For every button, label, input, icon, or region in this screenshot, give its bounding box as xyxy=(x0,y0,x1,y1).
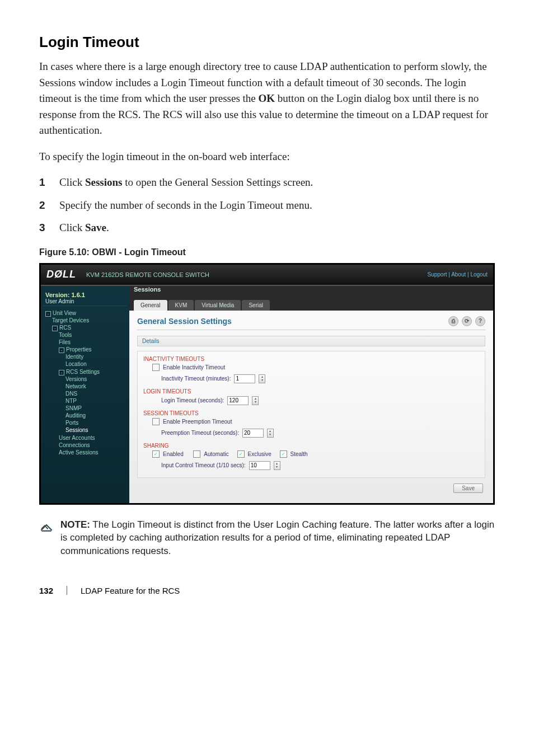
tree-target-devices[interactable]: Target Devices xyxy=(52,317,127,324)
sharing-stealth-checkbox[interactable]: ✓ xyxy=(280,450,287,458)
step-text-post: . xyxy=(106,222,109,233)
tree-snmp[interactable]: SNMP xyxy=(65,405,127,412)
tree-auditing[interactable]: Auditing xyxy=(65,412,127,419)
version-line: Version: 1.6.1 xyxy=(45,292,125,298)
content-heading: General Session Settings ⎙ ⟳ ? xyxy=(137,316,485,330)
tree-rcs[interactable]: -RCS Tools Files -Properties Identity Lo… xyxy=(52,324,127,457)
instruction-lead: To specify the login timeout in the on-b… xyxy=(39,149,495,165)
sharing-automatic-checkbox[interactable] xyxy=(193,450,200,458)
tab-kvm[interactable]: KVM xyxy=(168,300,194,311)
step-item: 3 Click Save. xyxy=(39,220,495,236)
collapse-icon[interactable]: - xyxy=(45,311,51,317)
sharing-exclusive-label: Exclusive xyxy=(248,451,271,457)
nav-tree: -Unit View Target Devices -RCS Tools Fil… xyxy=(43,309,127,457)
intro-paragraph: In cases where there is a large enough d… xyxy=(39,59,495,139)
step-item: 1 Click Sessions to open the General Ses… xyxy=(39,175,495,191)
tree-ports[interactable]: Ports xyxy=(65,419,127,426)
session-tabs: General KVM Virtual Media Serial xyxy=(134,300,270,311)
print-icon[interactable]: ⎙ xyxy=(448,316,458,326)
collapse-icon[interactable]: - xyxy=(59,348,64,353)
tree-connections[interactable]: Connections xyxy=(59,442,127,449)
tree-dns[interactable]: DNS xyxy=(65,390,127,397)
tree-location[interactable]: Location xyxy=(65,360,127,368)
enable-preemption-row: Enable Preemption Timeout xyxy=(143,416,479,427)
session-timeouts-title: SESSION TIMEOUTS xyxy=(143,410,479,416)
obwi-screenshot: DØLL KVM 2162DS REMOTE CONSOLE SWITCH Su… xyxy=(39,263,495,505)
tab-serial[interactable]: Serial xyxy=(242,300,270,311)
save-row: Save xyxy=(137,478,485,495)
spinner-icon[interactable]: ▴▾ xyxy=(259,374,265,383)
page-footer: 132 LDAP Feature for the RCS xyxy=(39,586,495,595)
collapse-icon[interactable]: - xyxy=(59,370,64,375)
spinner-icon[interactable]: ▴▾ xyxy=(267,429,274,438)
tree-ntp[interactable]: NTP xyxy=(65,397,127,405)
inactivity-timeout-row: Inactivity Timeout (minutes): ▴▾ xyxy=(143,373,479,385)
settings-panel: INACTIVITY TIMEOUTS Enable Inactivity Ti… xyxy=(137,351,485,478)
tree-versions[interactable]: Versions xyxy=(65,375,127,383)
sharing-stealth-label: Stealth xyxy=(291,451,308,457)
save-button[interactable]: Save xyxy=(453,483,483,493)
inactivity-timeout-label: Inactivity Timeout (minutes): xyxy=(161,375,231,382)
sharing-exclusive-checkbox[interactable]: ✓ xyxy=(237,450,245,458)
tree-tools[interactable]: Tools xyxy=(59,331,127,339)
enable-preemption-label: Enable Preemption Timeout xyxy=(163,419,232,425)
enable-preemption-checkbox[interactable] xyxy=(152,418,160,425)
preemption-timeout-label: Preemption Timeout (seconds): xyxy=(161,430,239,436)
topbar-links[interactable]: Support | About | Logout xyxy=(428,271,488,278)
collapse-icon[interactable]: - xyxy=(52,326,58,331)
tree-unit-view[interactable]: -Unit View Target Devices -RCS Tools Fil… xyxy=(45,309,127,457)
tree-label: Unit View xyxy=(53,310,76,316)
enable-inactivity-label: Enable Inactivity Timeout xyxy=(163,364,225,370)
tree-label: RCS xyxy=(59,325,71,331)
sharing-automatic-label: Automatic xyxy=(204,451,228,457)
tree-sessions[interactable]: Sessions xyxy=(65,426,127,434)
tree-files[interactable]: Files xyxy=(59,339,127,346)
brand-logo: DØLL xyxy=(46,269,76,280)
main-header-title: Sessions xyxy=(134,286,161,293)
user-admin-line: User Admin xyxy=(45,298,125,304)
login-timeout-input[interactable] xyxy=(227,396,249,405)
note-block: NOTE: The Login Timeout is distinct from… xyxy=(39,518,495,558)
tree-user-accounts[interactable]: User Accounts xyxy=(59,434,127,442)
sharing-options-row: ✓ Enabled Automatic ✓ Exclusive ✓ Stealt… xyxy=(143,449,479,459)
tab-virtual-media[interactable]: Virtual Media xyxy=(195,300,241,311)
enable-inactivity-checkbox[interactable] xyxy=(152,364,160,371)
sharing-enabled-label: Enabled xyxy=(163,451,184,457)
steps-list: 1 Click Sessions to open the General Ses… xyxy=(39,175,495,236)
step-number: 3 xyxy=(39,220,45,236)
page-number: 132 xyxy=(39,586,53,595)
input-control-label: Input Control Timeout (1/10 secs): xyxy=(161,462,246,468)
spinner-icon[interactable]: ▴▾ xyxy=(274,461,280,470)
tree-label: Properties xyxy=(66,346,92,353)
main-pane: Sessions General KVM Virtual Media Seria… xyxy=(129,286,493,503)
step-text-pre: Click xyxy=(59,176,85,188)
tree-rcs-settings[interactable]: -RCS Settings Versions Network DNS NTP S… xyxy=(59,368,127,434)
tree-active-sessions[interactable]: Active Sessions xyxy=(59,449,127,456)
input-control-input[interactable] xyxy=(249,461,270,470)
intro-bold-ok: OK xyxy=(259,92,275,104)
tree-identity[interactable]: Identity xyxy=(65,353,127,360)
section-title: Login Timeout xyxy=(39,34,495,51)
spinner-icon[interactable]: ▴▾ xyxy=(252,396,259,405)
sharing-title: SHARING xyxy=(143,443,479,449)
inactivity-timeout-input[interactable] xyxy=(234,374,255,383)
tab-general[interactable]: General xyxy=(134,300,167,311)
note-label: NOTE: xyxy=(60,519,90,530)
app-topbar: DØLL KVM 2162DS REMOTE CONSOLE SWITCH Su… xyxy=(41,265,493,286)
heading-icons: ⎙ ⟳ ? xyxy=(448,316,485,326)
step-number: 1 xyxy=(39,175,45,191)
login-timeouts-title: LOGIN TIMEOUTS xyxy=(143,388,479,395)
note-text: NOTE: The Login Timeout is distinct from… xyxy=(60,518,495,558)
preemption-timeout-input[interactable] xyxy=(242,429,264,438)
figure-caption: Figure 5.10: OBWI - Login Timeout xyxy=(39,247,495,257)
refresh-icon[interactable]: ⟳ xyxy=(462,316,472,326)
step-text-bold: Sessions xyxy=(85,176,123,188)
sharing-enabled-checkbox[interactable]: ✓ xyxy=(152,450,160,458)
step-item: 2 Specify the number of seconds in the L… xyxy=(39,198,495,214)
help-icon[interactable]: ? xyxy=(475,316,485,326)
step-text-post: to open the General Session Settings scr… xyxy=(122,176,313,188)
step-text-pre: Click xyxy=(59,222,85,233)
enable-inactivity-row: Enable Inactivity Timeout xyxy=(143,362,479,373)
tree-properties[interactable]: -Properties Identity Location xyxy=(59,346,127,368)
tree-network[interactable]: Network xyxy=(65,383,127,390)
